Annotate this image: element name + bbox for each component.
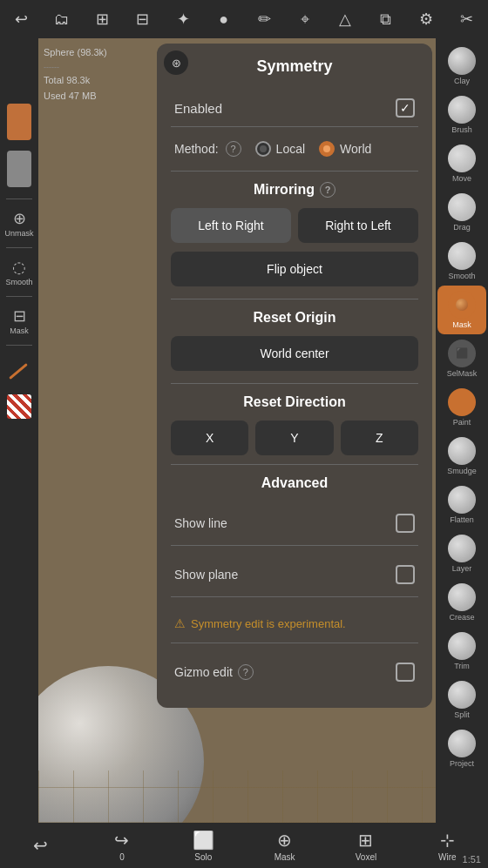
advanced-section: Show line Show plane ⚠ Symmetry edit is …	[171, 501, 418, 694]
mask-bottom-button[interactable]: ⊕ Mask	[263, 830, 307, 862]
solo-button[interactable]: ⬜ Solo	[181, 830, 225, 862]
sphere-total: Total 98.3k	[44, 73, 107, 89]
world-center-button[interactable]: World center	[171, 336, 418, 371]
enabled-checkbox[interactable]: ✓	[396, 98, 415, 118]
clay-tool[interactable]: Clay	[437, 42, 486, 91]
left-tools-panel: ⊕ Unmask ◌ Smooth ⊟ Mask	[0, 38, 38, 823]
grid-icon[interactable]: ⊟	[127, 3, 159, 35]
layer-tool[interactable]: Layer	[437, 529, 486, 578]
show-plane-row: Show plane	[171, 556, 418, 593]
gizmo-checkbox[interactable]	[396, 663, 415, 682]
solo-label: Solo	[194, 852, 212, 862]
advanced-heading: Advanced	[171, 475, 418, 491]
smudge-tool[interactable]: Smudge	[437, 432, 486, 481]
show-line-checkbox[interactable]	[396, 514, 415, 533]
redo-button[interactable]: ↪ 0	[100, 830, 144, 862]
radio-local-label: Local	[276, 142, 305, 156]
radio-local-dot	[255, 141, 271, 157]
radio-world-label: World	[340, 142, 371, 156]
reset-origin-title: Reset Origin	[253, 310, 336, 326]
z-button[interactable]: Z	[341, 421, 418, 455]
bottom-toolbar: ↩ ↪ 0 ⬜ Solo ⊕ Mask ⊞ Voxel ⊹ Wire 1:51	[0, 823, 488, 868]
symmetry-title: Symmetry	[171, 57, 418, 76]
reset-direction-heading: Reset Direction	[171, 394, 418, 410]
top-toolbar: ↩ 🗂 ⊞ ⊟ ✦ ● ✏ ⌖ △ ⧉ ⚙ ✂	[0, 0, 488, 38]
flip-object-button[interactable]: Flip object	[171, 252, 418, 286]
gizmo-row: Gizmo edit ?	[171, 654, 418, 690]
trim-tool[interactable]: Trim	[437, 627, 486, 676]
xyz-row: X Y Z	[171, 421, 418, 455]
voxel-label: Voxel	[356, 852, 376, 862]
method-help-icon[interactable]: ?	[226, 141, 241, 157]
paint-tool[interactable]: Paint	[437, 383, 486, 432]
undo-icon[interactable]: ↩	[5, 3, 37, 35]
mask-bottom-label: Mask	[274, 852, 295, 862]
method-label: Method:	[174, 142, 219, 156]
gizmo-label-group: Gizmo edit ?	[174, 664, 254, 680]
warning-text: Symmetry edit is experimental.	[191, 617, 346, 630]
right-tools-panel: Clay Brush Move Drag Smooth Mask ⬛ SelMa…	[436, 38, 488, 823]
redo-count: 0	[119, 852, 125, 862]
smooth-tool[interactable]: Smooth	[437, 237, 486, 286]
grid-floor	[38, 770, 436, 823]
brush-tool[interactable]: Brush	[437, 91, 486, 139]
tag-icon[interactable]: ⌖	[289, 3, 321, 35]
sun-icon[interactable]: ✦	[167, 3, 199, 35]
crease-tool[interactable]: Crease	[437, 578, 486, 627]
left-to-right-button[interactable]: Left to Right	[171, 208, 291, 243]
reset-direction-title: Reset Direction	[243, 394, 345, 410]
mirroring-heading: Mirroring ?	[171, 182, 418, 198]
layers-icon[interactable]: ⊞	[86, 3, 118, 35]
radio-local[interactable]: Local	[255, 141, 305, 157]
show-plane-checkbox[interactable]	[396, 565, 415, 584]
move-tool[interactable]: Move	[437, 139, 486, 188]
mirror-buttons-row: Left to Right Right to Left	[171, 208, 418, 243]
show-plane-label: Show plane	[174, 568, 238, 582]
smooth-tool-left[interactable]: ◌ Smooth	[3, 255, 35, 289]
mirroring-title: Mirroring	[254, 182, 315, 198]
pen-icon[interactable]: ✏	[248, 3, 280, 35]
unmask-tool[interactable]: ⊕ Unmask	[3, 206, 35, 240]
gizmo-edit-label: Gizmo edit	[174, 665, 233, 679]
folder-icon[interactable]: 🗂	[46, 3, 78, 35]
enabled-label: Enabled	[174, 101, 222, 116]
method-row: Method: ? Local World	[171, 138, 418, 160]
time-display: 1:51	[463, 854, 481, 865]
advanced-title: Advanced	[261, 475, 328, 491]
undo-button[interactable]: ↩	[19, 835, 63, 856]
show-line-row: Show line	[171, 505, 418, 542]
settings-icon[interactable]: ⚙	[410, 3, 442, 35]
y-button[interactable]: Y	[255, 421, 333, 455]
sphere-icon[interactable]: ●	[208, 3, 240, 35]
enabled-row: Enabled ✓	[171, 90, 418, 127]
warning-icon[interactable]: △	[329, 3, 361, 35]
mirroring-help-icon[interactable]: ?	[320, 182, 336, 198]
reset-origin-heading: Reset Origin	[171, 310, 418, 326]
mask-tool-left[interactable]: ⊟ Mask	[3, 304, 35, 338]
split-tool[interactable]: Split	[437, 676, 486, 724]
selmask-tool[interactable]: ⬛ SelMask	[437, 334, 486, 383]
project-tool[interactable]: Project	[437, 724, 486, 773]
right-to-left-button[interactable]: Right to Left	[298, 208, 418, 243]
wire-label: Wire	[438, 852, 457, 862]
sphere-used: Used 47 MB	[44, 89, 107, 104]
stack-icon[interactable]: ⧉	[370, 3, 402, 35]
color-swatch-gray[interactable]	[3, 148, 35, 192]
x-button[interactable]: X	[171, 421, 248, 455]
warning-triangle-icon: ⚠	[174, 616, 186, 630]
symmetry-panel: ⊛ Symmetry Enabled ✓ Method: ? Local Wor…	[157, 44, 432, 708]
scissors-icon[interactable]: ✂	[451, 3, 483, 35]
pin-button[interactable]: ⊛	[164, 50, 188, 75]
gizmo-help-icon[interactable]: ?	[238, 664, 254, 680]
mask-tool[interactable]: Mask	[437, 286, 486, 334]
radio-world[interactable]: World	[319, 141, 371, 157]
show-line-label: Show line	[174, 516, 227, 530]
sphere-name: Sphere (98.3k)	[44, 45, 107, 61]
warning-row: ⚠ Symmetry edit is experimental.	[171, 608, 418, 639]
radio-group: Local World	[255, 141, 372, 157]
radio-world-dot	[319, 141, 335, 157]
voxel-button[interactable]: ⊞ Voxel	[344, 830, 388, 862]
flatten-tool[interactable]: Flatten	[437, 481, 486, 529]
color-swatch-orange[interactable]	[3, 101, 35, 145]
drag-tool[interactable]: Drag	[437, 188, 486, 237]
